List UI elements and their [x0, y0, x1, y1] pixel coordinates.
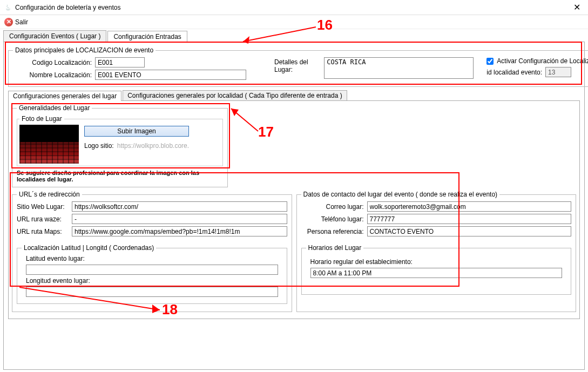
detalles-label: Detalles del Lugar: [274, 57, 321, 73]
correo-input[interactable] [367, 201, 572, 212]
fieldset-coords: Localización Latitud | Longitd ( Coorden… [17, 244, 287, 304]
correo-label: Correo lugar: [301, 203, 364, 211]
maps-input[interactable] [72, 226, 287, 236]
legend-generalidades: Generalidades del Lugar [17, 104, 92, 112]
sitio-input[interactable] [72, 201, 287, 212]
legend-urls: URL´s de redirección [17, 191, 82, 198]
close-icon[interactable]: ✕ [570, 2, 584, 12]
legend-coords: Localización Latitud | Longitd ( Coorden… [22, 244, 156, 252]
tab-generales-lugar[interactable]: Configuraciones generales del lugar [8, 91, 121, 101]
window-title: Configuración de boletería y eventos [15, 4, 120, 11]
horario-input[interactable] [310, 268, 563, 278]
idloc-input [545, 67, 571, 77]
lat-input[interactable] [26, 265, 278, 275]
sitio-label: Sitio Web Lugar: [17, 203, 69, 211]
design-note: Se suguiere diseño profesional para coor… [17, 170, 223, 182]
fieldset-foto: Foto de Lugar Subir Imagen Logo sitio: h… [17, 115, 223, 166]
toolbar: ✕ Salir [0, 15, 588, 29]
horario-label: Horario regular del establecimiento: [310, 258, 413, 266]
tab-content: Datos principales de LOCALIZACION de eve… [3, 42, 585, 370]
activar-label: Activar Configuración de Localización [497, 57, 588, 65]
venue-photo [19, 125, 79, 164]
persona-label: Persona referencia: [301, 228, 364, 235]
window-titlebar: Configuración de boletería y eventos ✕ [0, 0, 588, 15]
app-icon [4, 4, 12, 11]
lng-label: Longitud evento lugar: [26, 277, 90, 285]
exit-button[interactable]: Salir [15, 18, 28, 26]
inner-tabs-container: Configuraciones generales del lugar Conf… [8, 90, 580, 319]
detalles-input[interactable] [324, 57, 474, 79]
exit-icon[interactable]: ✕ [4, 18, 13, 26]
legend-localizacion: Datos principales de LOCALIZACION de eve… [13, 46, 156, 54]
tel-input[interactable] [367, 214, 572, 224]
fieldset-horarios: Horarios del Lugar Horario regular del e… [301, 244, 572, 295]
activar-checkbox[interactable] [486, 58, 494, 65]
tel-label: Teléfono lugar: [301, 215, 364, 223]
codigo-label: Codigo Localización: [13, 59, 92, 66]
fieldset-urls: URL´s de redirección Sitio Web Lugar: UR… [12, 191, 292, 312]
fieldset-generalidades: Generalidades del Lugar Foto de Lugar Su… [12, 104, 228, 187]
waze-label: URL rura waze: [17, 215, 69, 223]
tab-generales-localidad[interactable]: Configuraciones generales por localidad … [123, 90, 347, 100]
codigo-input[interactable] [95, 57, 145, 67]
lng-input[interactable] [26, 287, 278, 297]
legend-horarios: Horarios del Lugar [306, 244, 364, 252]
tab-config-eventos[interactable]: Configuración Eventos ( Lugar ) [3, 30, 106, 42]
fieldset-localizacion: Datos principales de LOCALIZACION de eve… [8, 46, 588, 87]
upload-image-button[interactable]: Subir Imagen [84, 126, 189, 137]
legend-contacto: Datos de contacto del lugar del evento (… [301, 191, 500, 198]
nombre-label: Nombre Localización: [13, 71, 92, 79]
waze-input[interactable] [72, 214, 287, 224]
nombre-input[interactable] [95, 70, 246, 80]
legend-foto: Foto de Lugar [19, 115, 64, 123]
persona-input[interactable] [367, 226, 572, 236]
tab-config-entradas[interactable]: Configuración Entradas [107, 31, 187, 42]
lat-label: Latitud evento lugar: [26, 255, 85, 262]
main-tabs: Configuración Eventos ( Lugar ) Configur… [3, 30, 585, 42]
fieldset-contacto: Datos de contacto del lugar del evento (… [296, 191, 577, 312]
logo-label: Logo sitio: [84, 142, 114, 150]
maps-label: URL ruta Maps: [17, 228, 69, 235]
logo-url: https://wolkpro.blob.core. [117, 142, 189, 150]
idloc-label: id localidad evento: [486, 69, 542, 76]
